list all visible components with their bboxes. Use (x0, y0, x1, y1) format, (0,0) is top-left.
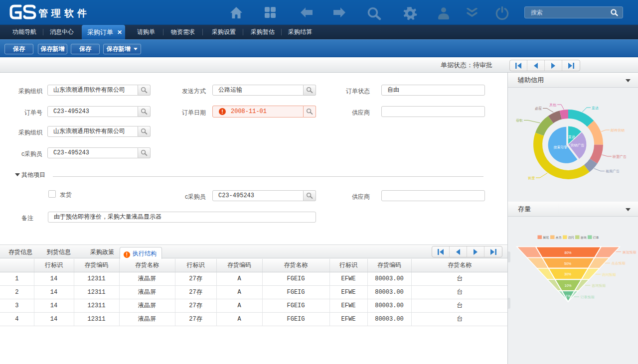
svg-text:谷歌: 谷歌 (516, 119, 523, 122)
svg-text:联盟广告: 联盟广告 (613, 155, 627, 159)
svg-text:咨询: 咨询 (581, 236, 587, 240)
svg-text:其他: 其他 (549, 103, 557, 107)
svg-text:直达: 直达 (592, 106, 599, 110)
svg-text:必应: 必应 (535, 106, 542, 111)
svg-text:80%: 80% (564, 251, 571, 254)
svg-text:30%: 30% (564, 272, 571, 276)
svg-text:百度: 百度 (528, 176, 535, 180)
svg-text:搜索引擎: 搜索引擎 (554, 145, 568, 149)
svg-text:展现: 展现 (543, 236, 549, 240)
svg-text:点击: 点击 (556, 236, 562, 239)
svg-text:展现预期: 展现预期 (623, 250, 637, 254)
svg-text:10%: 10% (564, 284, 571, 287)
svg-text:订单: 订单 (593, 236, 599, 239)
svg-text:营销广告: 营销广告 (571, 143, 585, 147)
svg-text:视频广告: 视频广告 (606, 169, 620, 173)
svg-text:咨询预期: 咨询预期 (592, 284, 606, 288)
svg-text:50%: 50% (564, 262, 571, 265)
svg-text:访问预期: 访问预期 (602, 273, 616, 277)
svg-text:邮件营销: 邮件营销 (611, 128, 625, 132)
svg-text:访问: 访问 (568, 236, 574, 240)
svg-text:点击预期: 点击预期 (612, 261, 626, 265)
svg-text:直达: 直达 (568, 135, 575, 138)
svg-text:1%: 1% (565, 294, 570, 298)
svg-text:订单预期: 订单预期 (581, 295, 595, 299)
